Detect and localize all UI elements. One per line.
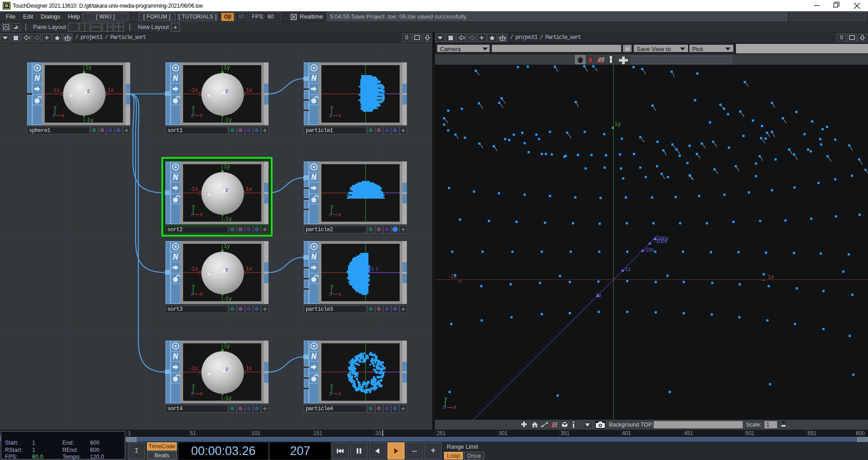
svg-text:y: y — [444, 395, 448, 402]
svg-text:z: z — [329, 211, 332, 218]
svg-text:1x: 1x — [108, 86, 114, 93]
svg-text:y: y — [330, 203, 333, 209]
svg-text:-1x: -1x — [190, 365, 198, 371]
svg-text:y: y — [192, 104, 195, 110]
svg-text:y: y — [192, 283, 195, 289]
svg-text:x: x — [200, 112, 203, 119]
svg-text:z: z — [329, 390, 332, 397]
svg-text:z: z — [191, 112, 193, 119]
svg-text:0z z: 0z z — [368, 266, 378, 272]
svg-text:x: x — [200, 291, 203, 297]
svg-text:z: z — [226, 266, 229, 273]
svg-text:y: y — [192, 382, 195, 389]
svg-text:-1y: -1y — [224, 394, 232, 401]
svg-text:y: y — [192, 203, 195, 209]
svg-text:-1x: -1x — [190, 185, 198, 192]
svg-text:z: z — [191, 211, 193, 218]
svg-text:-1z: -1z — [623, 266, 631, 272]
svg-text:1x: 1x — [246, 265, 252, 272]
svg-text:z: z — [329, 112, 332, 119]
svg-text:x: x — [61, 112, 64, 119]
svg-text:1y: 1y — [224, 244, 230, 249]
svg-text:1x: 1x — [768, 273, 774, 280]
svg-text:y: y — [330, 283, 333, 289]
svg-text:1y: 1y — [224, 343, 230, 349]
svg-text:1y: 1y — [85, 65, 92, 71]
svg-text:1x: 1x — [246, 86, 252, 93]
svg-text:z: z — [87, 87, 90, 94]
svg-text:-1x: -1x — [190, 265, 198, 272]
svg-text:z: z — [226, 87, 229, 94]
svg-text:1x: 1x — [246, 185, 252, 192]
svg-text:1x: 1x — [246, 365, 252, 371]
svg-text:-1x: -1x — [190, 86, 198, 93]
svg-text:z: z — [329, 291, 332, 297]
svg-text:x: x — [338, 390, 341, 397]
svg-text:-1x: -1x — [52, 86, 60, 93]
svg-text:y: y — [330, 104, 333, 110]
svg-text:z: z — [191, 291, 193, 297]
svg-text:1y: 1y — [224, 164, 230, 170]
svg-text:1y: 1y — [614, 120, 621, 127]
svg-text:z: z — [52, 112, 55, 119]
svg-text:1y: 1y — [224, 65, 230, 71]
svg-text:x: x — [453, 403, 457, 410]
svg-text:x: x — [338, 211, 341, 218]
svg-text:x: x — [200, 211, 203, 218]
svg-text:-100z: -100z — [654, 238, 667, 244]
svg-text:-1y: -1y — [224, 215, 232, 222]
svg-text:-10z: -10z — [644, 247, 654, 252]
svg-text:y: y — [330, 382, 333, 389]
svg-text:y: y — [54, 104, 57, 110]
svg-text:x: x — [200, 390, 203, 397]
svg-text:z: z — [191, 390, 193, 397]
svg-text:x: x — [338, 112, 341, 119]
svg-text:z: z — [443, 403, 446, 410]
svg-text:z: z — [226, 186, 229, 193]
svg-text:-1y: -1y — [85, 116, 94, 123]
svg-text:x: x — [338, 291, 341, 297]
svg-text:-1y: -1y — [224, 116, 232, 123]
svg-text:-1y: -1y — [224, 295, 232, 302]
svg-text:z: z — [226, 365, 229, 372]
